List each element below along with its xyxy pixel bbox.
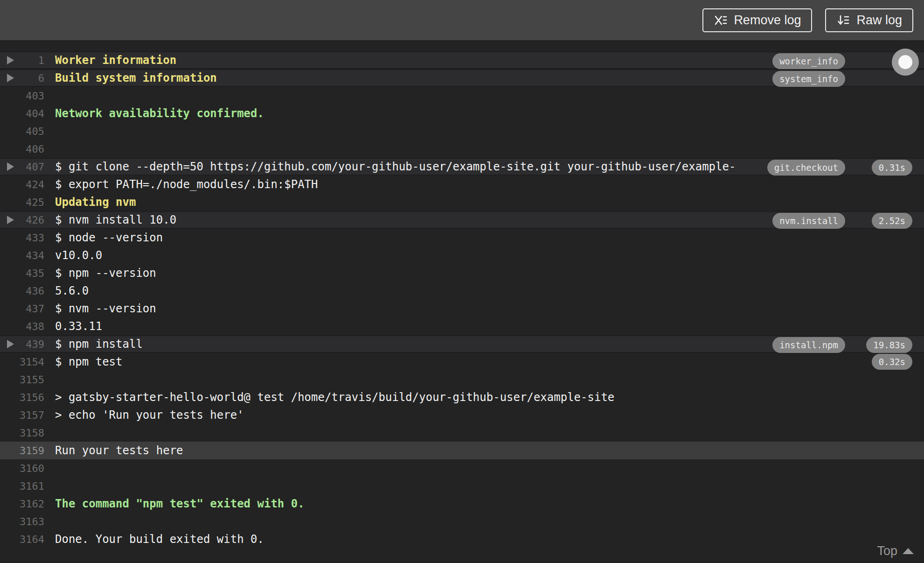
- line-number[interactable]: 3163: [18, 516, 44, 528]
- duration-badge: 2.52s: [872, 213, 912, 229]
- log-row: 404Network availability confirmed.: [0, 105, 924, 122]
- log-row: 3154$ npm test0.32s: [0, 353, 924, 371]
- line-number[interactable]: 404: [18, 108, 44, 120]
- line-text: 5.6.0: [55, 284, 89, 297]
- log-row: 3160: [0, 459, 924, 477]
- log-row: 3158: [0, 424, 924, 442]
- log-row: 434v10.0.0: [0, 246, 924, 264]
- fold-toggle-icon[interactable]: [7, 162, 14, 171]
- line-number[interactable]: 3158: [18, 427, 44, 439]
- line-text: $ node --version: [55, 231, 163, 244]
- line-number[interactable]: 434: [18, 250, 44, 261]
- log-row: 433$ node --version: [0, 229, 924, 246]
- line-text: $ export PATH=./node_modules/.bin:$PATH: [55, 178, 318, 191]
- remove-log-button[interactable]: Remove log: [702, 8, 812, 32]
- scroll-to-top-link[interactable]: Top: [877, 544, 914, 558]
- line-number[interactable]: 3155: [18, 374, 44, 386]
- log-row: 1Worker informationworker_info: [0, 51, 924, 69]
- line-number[interactable]: 3154: [18, 356, 44, 368]
- line-text: Network availability confirmed.: [55, 107, 264, 120]
- line-text: > echo 'Run your tests here': [55, 408, 244, 422]
- line-text: $ nvm --version: [55, 302, 156, 315]
- log-lines: 1Worker informationworker_info6Build sys…: [0, 51, 924, 548]
- stage-tag-badge: worker_info: [772, 53, 845, 69]
- line-number[interactable]: 406: [18, 143, 44, 155]
- log-row: 424$ export PATH=./node_modules/.bin:$PA…: [0, 176, 924, 193]
- top-link-label: Top: [877, 544, 897, 558]
- line-number[interactable]: 6: [18, 72, 44, 84]
- fold-column: [0, 56, 18, 64]
- duration-badge: 19.83s: [866, 337, 912, 353]
- line-number[interactable]: 439: [18, 338, 44, 350]
- line-text: $ npm --version: [55, 267, 156, 280]
- fold-column: [0, 162, 18, 171]
- remove-log-label: Remove log: [734, 13, 801, 28]
- chevron-up-icon: [903, 548, 914, 554]
- log-row: 3155: [0, 371, 924, 388]
- log-row: 435$ npm --version: [0, 264, 924, 282]
- log-row: 425Updating nvm: [0, 193, 924, 211]
- fold-column: [0, 74, 18, 82]
- fold-column: [0, 340, 18, 348]
- log-row: 3161: [0, 477, 924, 495]
- line-number[interactable]: 438: [18, 321, 44, 332]
- log-row: 437$ nvm --version: [0, 300, 924, 317]
- line-number[interactable]: 1: [18, 55, 44, 66]
- stage-tag-badge: system_info: [772, 71, 845, 87]
- fold-toggle-icon[interactable]: [7, 56, 14, 64]
- line-text: The command "npm test" exited with 0.: [55, 497, 305, 510]
- line-text: 0.33.11: [55, 320, 102, 333]
- log-row: 406: [0, 140, 924, 158]
- fold-toggle-icon[interactable]: [7, 340, 14, 348]
- log-row: 426$ nvm install 10.0nvm.install2.52s: [0, 211, 924, 229]
- fold-column: [0, 216, 18, 224]
- line-number[interactable]: 3156: [18, 392, 44, 403]
- line-number[interactable]: 424: [18, 179, 44, 190]
- log-row: 3163: [0, 513, 924, 530]
- line-number[interactable]: 405: [18, 126, 44, 137]
- line-number[interactable]: 3164: [18, 534, 44, 545]
- log-row: 3157> echo 'Run your tests here': [0, 406, 924, 424]
- duration-badge: 0.32s: [872, 354, 912, 370]
- line-number[interactable]: 3160: [18, 463, 44, 474]
- line-text: Build system information: [55, 71, 217, 84]
- line-number[interactable]: 3162: [18, 498, 44, 510]
- log-row: 407$ git clone --depth=50 https://github…: [0, 158, 924, 176]
- raw-log-button[interactable]: Raw log: [825, 8, 913, 32]
- line-number[interactable]: 433: [18, 232, 44, 244]
- line-text: Updating nvm: [55, 196, 136, 209]
- stage-tag-badge: install.npm: [772, 337, 845, 353]
- line-text: Done. Your build exited with 0.: [55, 533, 264, 546]
- line-number[interactable]: 426: [18, 214, 44, 226]
- line-text: v10.0.0: [55, 249, 102, 262]
- log-row: 3156> gatsby-starter-hello-world@ test /…: [0, 388, 924, 406]
- line-text: $ git clone --depth=50 https://github.co…: [55, 160, 736, 173]
- line-number[interactable]: 435: [18, 267, 44, 279]
- line-number[interactable]: 425: [18, 197, 44, 208]
- line-number[interactable]: 437: [18, 303, 44, 315]
- click-indicator: [892, 49, 919, 76]
- line-number[interactable]: 3157: [18, 409, 44, 421]
- line-text: Run your tests here: [55, 444, 183, 457]
- line-text: > gatsby-starter-hello-world@ test /home…: [55, 391, 614, 404]
- log-row: 4380.33.11: [0, 317, 924, 335]
- line-text: $ nvm install 10.0: [55, 213, 176, 226]
- line-number[interactable]: 403: [18, 90, 44, 102]
- log-row: 405: [0, 122, 924, 140]
- line-number[interactable]: 3159: [18, 445, 44, 457]
- raw-log-label: Raw log: [856, 13, 902, 28]
- line-text: $ npm install: [55, 338, 143, 351]
- log-row: 4365.6.0: [0, 282, 924, 300]
- fold-toggle-icon[interactable]: [7, 216, 14, 224]
- line-number[interactable]: 3161: [18, 480, 44, 492]
- log-toolbar: Remove log Raw log: [0, 0, 924, 40]
- log-row: 3162The command "npm test" exited with 0…: [0, 495, 924, 513]
- log-row: 3159Run your tests here: [0, 442, 924, 459]
- line-text: Worker information: [55, 54, 176, 67]
- build-log: 1Worker informationworker_info6Build sys…: [0, 40, 924, 563]
- fold-toggle-icon[interactable]: [7, 74, 14, 82]
- raw-log-icon: [836, 13, 850, 27]
- stage-tag-badge: git.checkout: [767, 160, 845, 176]
- line-number[interactable]: 436: [18, 285, 44, 297]
- line-number[interactable]: 407: [18, 161, 44, 173]
